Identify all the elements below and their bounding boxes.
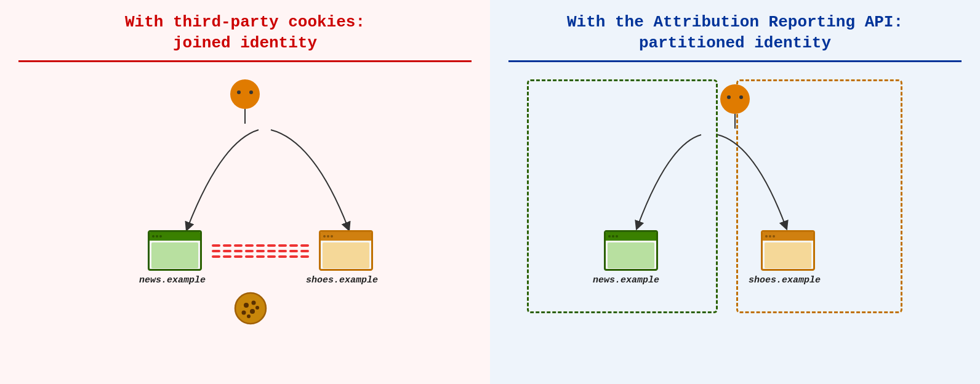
dot6 — [331, 235, 333, 238]
svg-point-1 — [244, 303, 249, 308]
rd17 — [289, 250, 298, 252]
left-shoes-label: shoes.example — [306, 275, 378, 286]
dot1 — [152, 235, 155, 238]
right-panel: With the Attribution Reporting API: part… — [490, 0, 980, 384]
svg-point-7 — [249, 299, 252, 302]
right-news-browser-bar — [606, 232, 656, 241]
rd1 — [212, 244, 220, 247]
left-person — [230, 79, 260, 124]
left-shoes-browser-bar — [321, 232, 371, 241]
left-person-head — [230, 79, 260, 109]
svg-point-6 — [247, 314, 251, 318]
rd6 — [267, 244, 276, 247]
red-dash-row-3 — [212, 255, 309, 258]
right-diagram-area: news.example shoes.example — [508, 73, 962, 372]
dot5 — [327, 235, 329, 238]
right-person — [720, 84, 750, 129]
right-shoes-browser-content — [765, 242, 811, 268]
rd10 — [212, 250, 220, 252]
right-shoes-browser-bar — [763, 232, 813, 241]
rd18 — [300, 250, 309, 252]
svg-point-5 — [255, 306, 259, 310]
rd20 — [223, 255, 231, 258]
left-news-browser — [148, 230, 202, 271]
rdot4 — [765, 235, 768, 238]
rdot1 — [608, 235, 611, 238]
rd16 — [278, 250, 287, 252]
rdot5 — [769, 235, 771, 238]
rd11 — [223, 250, 231, 252]
left-shoes-browser-content — [323, 242, 369, 268]
rdot2 — [612, 235, 614, 238]
rdot3 — [616, 235, 618, 238]
rd13 — [245, 250, 254, 252]
svg-point-4 — [250, 309, 255, 314]
left-panel-title: With third-party cookies: joined identit… — [18, 12, 472, 54]
svg-point-0 — [235, 293, 266, 324]
rd26 — [289, 255, 298, 258]
right-panel-title: With the Attribution Reporting API: part… — [508, 12, 962, 54]
rd24 — [267, 255, 276, 258]
left-divider — [18, 60, 472, 62]
rd14 — [256, 250, 265, 252]
rd22 — [245, 255, 254, 258]
rd9 — [300, 244, 309, 247]
left-panel: With third-party cookies: joined identit… — [0, 0, 490, 384]
rd15 — [267, 250, 276, 252]
rd27 — [300, 255, 309, 258]
right-news-label: news.example — [593, 275, 659, 286]
rd2 — [223, 244, 231, 247]
svg-point-8 — [241, 305, 244, 308]
left-person-body — [244, 109, 246, 124]
rd4 — [245, 244, 254, 247]
rd25 — [278, 255, 287, 258]
right-news-browser — [604, 230, 658, 271]
svg-point-2 — [252, 300, 256, 305]
rd8 — [289, 244, 298, 247]
left-news-label: news.example — [139, 275, 206, 286]
right-news-browser-content — [608, 242, 654, 268]
rd21 — [234, 255, 243, 258]
cookie-icon — [234, 292, 267, 325]
left-diagram-area: news.example shoes.example — [18, 73, 472, 372]
rdot6 — [773, 235, 775, 238]
left-shoes-browser — [319, 230, 373, 271]
rd12 — [234, 250, 243, 252]
right-shoes-label: shoes.example — [749, 275, 821, 286]
right-divider — [508, 60, 962, 62]
rd7 — [278, 244, 287, 247]
red-dashes — [202, 238, 319, 265]
svg-point-3 — [242, 310, 246, 314]
right-person-head — [720, 84, 750, 114]
rd3 — [234, 244, 243, 247]
rd19 — [212, 255, 220, 258]
left-news-browser-content — [151, 242, 198, 268]
red-dash-row-1 — [212, 244, 309, 247]
red-dash-row-2 — [212, 250, 309, 252]
dot4 — [323, 235, 326, 238]
right-person-body — [734, 114, 736, 129]
rd23 — [256, 255, 265, 258]
rd5 — [256, 244, 265, 247]
dot3 — [159, 235, 162, 238]
dot2 — [156, 235, 158, 238]
right-shoes-browser — [761, 230, 815, 271]
left-news-browser-bar — [150, 232, 200, 241]
